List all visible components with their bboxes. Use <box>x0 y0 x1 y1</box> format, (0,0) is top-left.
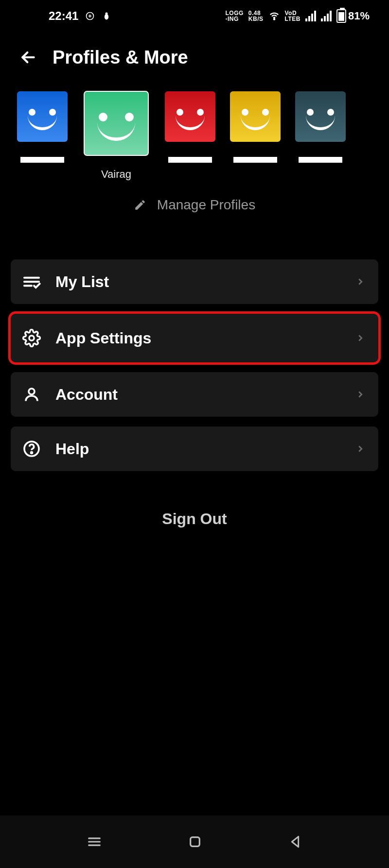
svg-point-2 <box>106 13 108 15</box>
signal-icon-2 <box>321 11 332 21</box>
page-title: Profiles & More <box>53 47 188 68</box>
signal-icon <box>305 11 316 21</box>
chevron-right-icon <box>355 389 366 400</box>
sign-out-button[interactable]: Sign Out <box>0 510 389 528</box>
profile-4[interactable] <box>229 91 282 165</box>
avatar-icon <box>295 91 346 142</box>
menu-item-my-list[interactable]: My List <box>11 259 378 304</box>
plus-circle-icon <box>85 11 95 21</box>
profile-1[interactable] <box>16 91 69 165</box>
avatar-icon <box>17 91 68 142</box>
wifi-icon <box>268 11 280 21</box>
profile-name <box>301 154 339 165</box>
menu-label: Help <box>55 440 341 458</box>
gear-icon <box>21 328 42 348</box>
svg-point-1 <box>105 14 108 20</box>
manage-profiles-label: Manage Profiles <box>157 197 255 213</box>
profile-name <box>236 154 274 165</box>
menu-item-account[interactable]: Account <box>11 372 378 417</box>
profiles-row: Vairag <box>0 78 389 181</box>
back-button[interactable] <box>18 47 39 68</box>
recents-button[interactable] <box>86 834 103 850</box>
status-logging: LOGG-ING <box>225 10 243 22</box>
bug-icon <box>102 11 111 21</box>
avatar-icon <box>230 91 281 142</box>
status-network: VoDLTEB <box>285 10 301 22</box>
chevron-right-icon <box>355 276 366 287</box>
home-button[interactable] <box>187 834 203 850</box>
profile-name <box>171 154 209 165</box>
menu-item-help[interactable]: Help <box>11 426 378 471</box>
battery-percent: 81% <box>348 10 370 22</box>
menu-label: Account <box>55 386 341 404</box>
svg-point-7 <box>31 452 33 453</box>
back-nav-button[interactable] <box>287 834 303 850</box>
profile-name: Vairag <box>101 168 131 181</box>
svg-rect-8 <box>191 837 200 847</box>
menu-item-app-settings[interactable]: App Settings <box>11 314 378 362</box>
profile-3[interactable] <box>163 91 217 165</box>
chevron-right-icon <box>355 443 366 454</box>
svg-point-5 <box>29 389 35 394</box>
help-icon <box>21 439 42 459</box>
battery-icon <box>336 9 346 23</box>
avatar-icon <box>84 91 148 155</box>
battery-indicator: 81% <box>336 9 370 23</box>
avatar-icon <box>165 91 215 142</box>
chevron-right-icon <box>355 333 366 343</box>
menu-label: App Settings <box>55 329 341 347</box>
system-nav-bar <box>0 816 389 868</box>
profile-2[interactable]: Vairag <box>81 91 152 181</box>
header: Profiles & More <box>0 32 389 78</box>
status-time: 22:41 <box>49 9 78 23</box>
list-check-icon <box>21 272 42 292</box>
manage-profiles-button[interactable]: Manage Profiles <box>0 197 389 213</box>
svg-point-4 <box>29 336 34 340</box>
profile-name <box>23 154 61 165</box>
svg-point-3 <box>273 18 274 19</box>
pencil-icon <box>134 199 146 211</box>
menu-list: My List App Settings Account <box>0 213 389 471</box>
profile-5[interactable] <box>294 91 347 165</box>
status-bar: 22:41 LOGG-ING 0.48KB/S VoDLTEB <box>0 0 389 32</box>
person-icon <box>21 384 42 405</box>
menu-label: My List <box>55 273 341 291</box>
status-speed: 0.48KB/S <box>248 10 264 22</box>
